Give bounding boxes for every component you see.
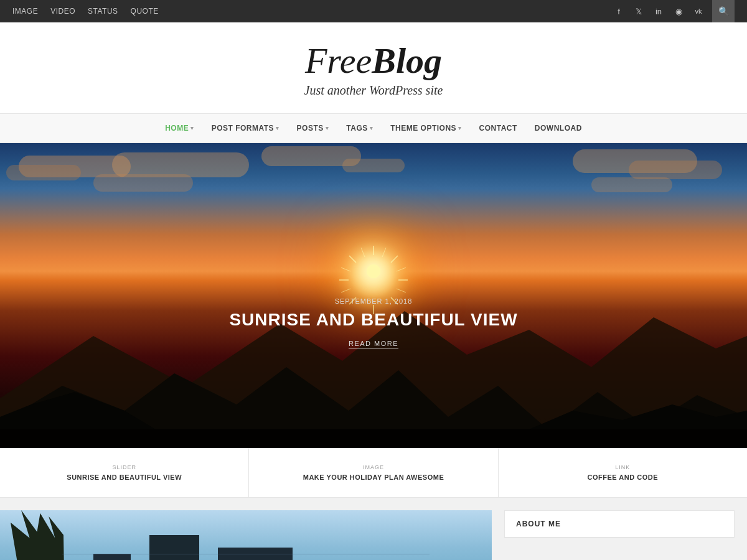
title-blog: Blog [372,40,442,81]
clouds [0,143,747,255]
thumb-label-0: SLIDER [112,464,136,470]
search-button[interactable]: 🔍 [712,0,735,22]
about-me-widget: ABOUT ME [504,510,735,538]
topnav-status[interactable]: STATUS [88,7,118,16]
post-image-bg [0,510,492,560]
chevron-down-icon: ▾ [326,125,329,131]
thumb-title-2: COFFEE AND CODE [588,474,658,481]
vk-icon[interactable]: vk [692,7,705,15]
post-image [0,510,492,560]
topnav-image[interactable]: IMAGE [12,7,38,16]
thumb-item-1[interactable]: IMAGE MAKE YOUR HOLIDAY PLAN AWESOME [249,448,498,497]
main-nav: HOME ▾ POST FORMATS ▾ POSTS ▾ TAGS ▾ THE… [0,113,747,143]
hero-title: SUNRISE AND BEAUTIFUL VIEW [187,310,560,330]
mountain-silhouettes [0,261,747,448]
site-tagline: Just another WordPress site [12,83,735,98]
nav-tags[interactable]: TAGS ▾ [337,113,382,143]
content-row: ABOUT ME [0,498,747,560]
thumb-title-1: MAKE YOUR HOLIDAY PLAN AWESOME [303,474,444,481]
hero-text-overlay: SEPTEMBER 1, 2018 SUNRISE AND BEAUTIFUL … [187,297,560,348]
chevron-down-icon: ▾ [276,125,280,131]
facebook-icon[interactable]: f [613,7,625,16]
top-bar-nav: IMAGE VIDEO STATUS QUOTE [12,7,159,16]
hero-read-more[interactable]: READ MORE [349,340,398,348]
about-me-title: ABOUT ME [505,511,734,538]
top-bar: IMAGE VIDEO STATUS QUOTE f 𝕏 in ◉ vk 🔍 [0,0,747,22]
content-area: ABOUT ME [0,498,747,560]
site-title: FreeBlog [12,41,735,81]
thumb-label-1: IMAGE [363,464,384,470]
hero-date: SEPTEMBER 1, 2018 [187,297,560,305]
chevron-down-icon: ▾ [190,125,194,131]
hero-background [0,143,747,448]
sidebar: ABOUT ME [492,498,747,560]
top-bar-social: f 𝕏 in ◉ vk 🔍 [613,0,735,22]
nav-home[interactable]: HOME ▾ [156,113,203,143]
svg-line-9 [361,248,365,257]
topnav-quote[interactable]: QUOTE [131,7,159,16]
thumb-label-2: LINK [615,464,630,470]
instagram-icon[interactable]: ◉ [672,7,685,16]
chevron-down-icon: ▾ [458,125,462,131]
svg-rect-18 [0,429,747,448]
nav-post-formats[interactable]: POST FORMATS ▾ [203,113,288,143]
twitter-icon[interactable]: 𝕏 [632,7,645,16]
slider-thumbs: SLIDER SUNRISE AND BEAUTIFUL VIEW IMAGE … [0,448,747,498]
svg-line-8 [382,248,386,257]
thumb-item-0[interactable]: SLIDER SUNRISE AND BEAUTIFUL VIEW [0,448,249,497]
topnav-video[interactable]: VIDEO [50,7,75,16]
thumb-title-0: SUNRISE AND BEAUTIFUL VIEW [67,474,182,481]
nav-download[interactable]: DOWNLOAD [526,113,591,143]
linkedin-icon[interactable]: in [652,7,665,16]
main-content [0,498,492,560]
nav-theme-options[interactable]: THEME OPTIONS ▾ [382,113,470,143]
hero-slider: SEPTEMBER 1, 2018 SUNRISE AND BEAUTIFUL … [0,143,747,448]
site-header: FreeBlog Just another WordPress site [0,22,747,113]
thumb-item-2[interactable]: LINK COFFEE AND CODE [499,448,747,497]
nav-contact[interactable]: CONTACT [471,113,526,143]
chevron-down-icon: ▾ [370,125,374,131]
title-free: Free [305,40,372,81]
nav-posts[interactable]: POSTS ▾ [288,113,338,143]
